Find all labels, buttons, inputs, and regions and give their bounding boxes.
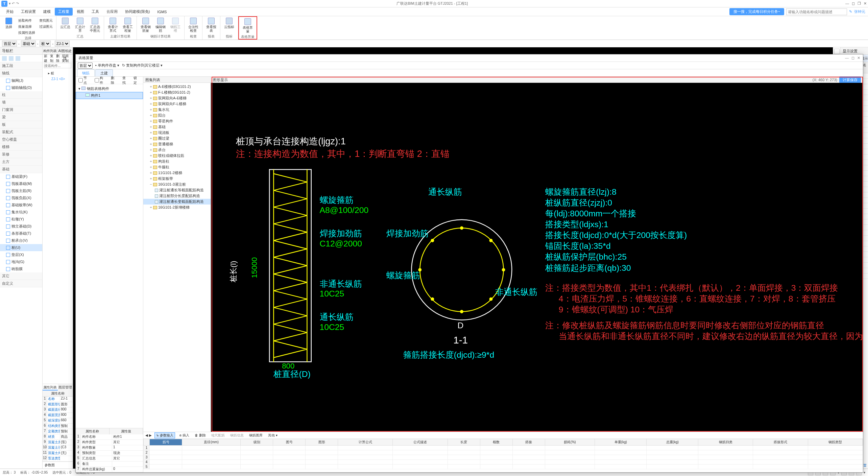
grid-cell[interactable] <box>150 450 182 455</box>
grid-cell[interactable] <box>753 450 808 455</box>
grid-cell[interactable] <box>512 446 545 450</box>
grid-cell[interactable] <box>480 460 512 465</box>
cat-column[interactable]: 柱 <box>0 91 42 99</box>
grid-cell[interactable] <box>182 455 241 460</box>
view-report-button[interactable]: 查看报表 <box>204 17 218 33</box>
grid-cell[interactable] <box>448 455 480 460</box>
grid-cell[interactable] <box>273 465 306 469</box>
grid-cell[interactable] <box>595 455 647 460</box>
grid-cell[interactable] <box>448 446 480 450</box>
grid-col-header[interactable]: 图号 <box>273 439 306 446</box>
atlas-node[interactable]: +11G101-2楼梯 <box>143 170 211 176</box>
copy-floor-button[interactable]: 层间复制 <box>62 54 71 63</box>
lock-button[interactable]: 锁定 <box>132 75 142 86</box>
grid-cell[interactable] <box>150 465 182 469</box>
nav-item[interactable]: 桩承台(V) <box>0 237 42 244</box>
grid-cell[interactable] <box>808 446 863 450</box>
cat-decoration[interactable]: 装修 <box>0 151 42 158</box>
grid-cell[interactable] <box>647 455 698 460</box>
cat-other[interactable]: 其它 <box>0 272 42 280</box>
grid-tool-arrows[interactable]: ◀ ▶ <box>145 433 152 437</box>
grid-cell[interactable] <box>182 450 241 455</box>
atlas-node[interactable]: +A-E楼梯(03G101-2) <box>143 84 211 90</box>
cat-axis[interactable]: 轴线 <box>0 70 42 77</box>
grid-cell[interactable] <box>595 465 647 469</box>
atlas-node[interactable]: +F-L楼梯(03G101-2) <box>143 90 211 95</box>
grid-cell[interactable] <box>698 465 753 469</box>
edit-rebar-button[interactable]: 编辑钢筋 <box>154 17 167 33</box>
dialog-floor-select[interactable]: 首层 <box>78 63 93 69</box>
nav-item[interactable]: 柱墩(Y) <box>0 216 42 223</box>
grid-cell[interactable] <box>338 455 393 460</box>
filter-element-button[interactable]: 过滤图元 <box>38 23 54 29</box>
maximize-icon[interactable]: ◻ <box>852 1 855 6</box>
grid-cell[interactable] <box>182 465 241 469</box>
comp-item[interactable]: ZJ-1 <0> <box>44 76 71 81</box>
pick-component-button[interactable]: 拾取构件 <box>17 17 37 23</box>
atlas-node[interactable]: +零星构件 <box>143 118 211 124</box>
grid-cell[interactable] <box>273 455 306 460</box>
cat-slab[interactable]: 板 <box>0 121 42 128</box>
rebar-table[interactable]: 筋号直径(mm)级别图号图形计算公式公式描述长度根数搭接损耗(%)单重(kg)总… <box>143 439 863 469</box>
atlas-node[interactable]: 灌注桩通长变截面配筋构造 <box>143 199 211 205</box>
grid-col-header[interactable]: 级别 <box>241 439 273 446</box>
rebar-library-button[interactable]: 钢筋图库 <box>248 433 264 438</box>
nav-tool-2[interactable] <box>9 56 14 61</box>
nav-item[interactable]: 基础板带(W) <box>0 201 42 209</box>
minimize-icon[interactable]: — <box>845 1 849 6</box>
grid-cell[interactable] <box>241 446 273 450</box>
nav-aux-axis[interactable]: 辅助轴线(O) <box>0 84 42 91</box>
grid-cell[interactable] <box>545 455 595 460</box>
grid-cell[interactable] <box>480 465 512 469</box>
atlas-node[interactable]: +现浇板 <box>143 130 211 136</box>
grid-col-header[interactable]: 筋号 <box>150 439 182 446</box>
grid-cell[interactable] <box>338 465 393 469</box>
grid-cell[interactable] <box>647 460 698 465</box>
grid-cell[interactable] <box>480 450 512 455</box>
grid-cell[interactable] <box>698 455 753 460</box>
rebar-info-button[interactable]: 钢筋信息 <box>229 433 245 438</box>
nav-item[interactable]: 桩(U) <box>0 244 42 251</box>
menu-cloud[interactable]: 云应用 <box>103 8 121 16</box>
param-diagram-link[interactable]: 参数图 <box>43 461 73 469</box>
nav-axis-grid[interactable]: 轴网(J) <box>0 77 42 84</box>
grid-cell[interactable] <box>753 446 808 450</box>
nav-item[interactable]: 地沟(G) <box>0 258 42 265</box>
promo-button[interactable]: 搜一搜，完成每日积分任务~ <box>729 8 784 15</box>
grid-col-header[interactable]: 单重(kg) <box>595 439 647 446</box>
single-save-button[interactable]: 单构件存盘 <box>98 63 116 67</box>
grid-col-header[interactable]: 公式描述 <box>393 439 448 446</box>
atlas-node[interactable]: 灌注桩部分长度配筋构造 <box>143 193 211 199</box>
nav-item[interactable]: 垫层(X) <box>0 251 42 258</box>
copy-button[interactable]: 复制 <box>50 54 55 63</box>
grid-col-header[interactable]: 搭接 <box>512 439 545 446</box>
cat-hollow[interactable]: 空心楼盖 <box>0 136 42 143</box>
subcategory-select[interactable]: 桩 <box>40 41 51 47</box>
atlas-node[interactable]: +阳台 <box>143 113 211 118</box>
nav-item[interactable]: 集水坑(K) <box>0 209 42 216</box>
grid-cell[interactable] <box>273 460 306 465</box>
find-button[interactable]: 查找 <box>121 75 130 86</box>
grid-cell[interactable] <box>545 446 595 450</box>
atlas-node[interactable]: +双网双向F-L楼梯 <box>143 101 211 107</box>
grid-cell[interactable] <box>808 465 863 469</box>
grid-col-header[interactable]: 长度 <box>448 439 480 446</box>
grid-cell[interactable] <box>595 446 647 450</box>
grid-cell[interactable] <box>698 450 753 455</box>
grid-cell[interactable] <box>150 460 182 465</box>
summary-calc-button[interactable]: 汇总计算 <box>73 17 87 33</box>
atlas-node[interactable]: 灌注桩通长等截面配筋构造 <box>143 187 211 193</box>
delete-button[interactable]: 删除 <box>56 54 61 63</box>
grid-cell[interactable] <box>448 460 480 465</box>
atlas-node[interactable]: +承台 <box>143 147 211 153</box>
cloud-summary-button[interactable]: 云汇总 <box>58 17 72 29</box>
grid-cell[interactable] <box>338 446 393 450</box>
grid-cell[interactable] <box>338 450 393 455</box>
tab-property-list[interactable]: 属性列表 <box>43 384 58 390</box>
other-button[interactable]: 其他 ▾ <box>267 433 279 438</box>
cat-precast[interactable]: 装配式 <box>0 128 42 136</box>
cat-custom[interactable]: 自定义 <box>0 280 42 287</box>
atlas-node[interactable]: +圈过梁 <box>143 136 211 141</box>
batch-select-button[interactable]: 批量选择 <box>17 23 37 29</box>
cat-door-window[interactable]: 门窗洞 <box>0 106 42 114</box>
